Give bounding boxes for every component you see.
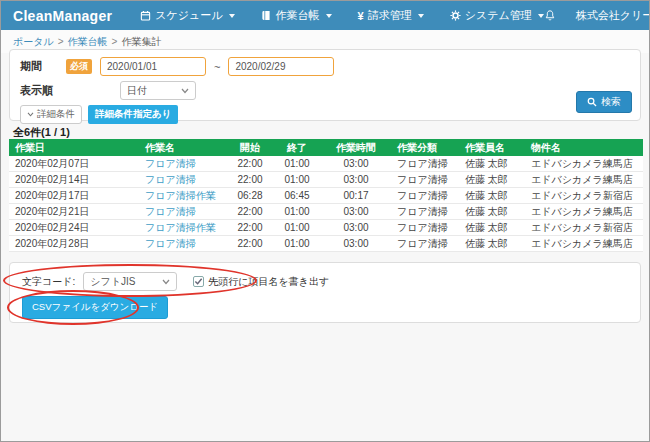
cell-work-category: フロア清掃 (391, 236, 459, 252)
detail-conditions-label: 詳細条件 (37, 108, 75, 121)
bell-icon[interactable] (544, 9, 556, 22)
app-page: CleanManager スケジュール 作業台帳 ¥ 請求管理 システム管理 (0, 0, 650, 442)
chevron-down-icon (326, 14, 332, 18)
cell-property-name: エドバシカメラ練馬店 (525, 172, 643, 188)
search-condition-panel: 期間 必須 ~ 表示順 日付 詳細条件 詳細条件指定あり 検索 (9, 49, 641, 121)
csv-download-button[interactable]: CSVファイルをダウンロード (22, 296, 168, 319)
cell-worker-name: 佐藤 太郎 (459, 188, 525, 204)
chevron-down-icon (181, 88, 189, 94)
header-row-checkbox-group[interactable]: 先頭行に項目名を書き出す (193, 275, 329, 289)
cell-work-date: 2020年02月07日 (9, 156, 139, 172)
gears-icon (450, 10, 461, 21)
cell-work-name: フロア清掃作業 (139, 220, 227, 236)
nav-item-system[interactable]: システム管理 (450, 8, 544, 23)
work-name-link[interactable]: フロア清掃作業 (145, 222, 216, 233)
company-name[interactable]: 株式会社クリーンサービス (576, 8, 650, 23)
col-header-start: 開始 (227, 139, 273, 156)
date-from-input[interactable] (100, 57, 206, 76)
col-header-property-name: 物件名 (525, 139, 643, 156)
breadcrumb-link-work-ledger[interactable]: 作業台帳 (68, 36, 108, 47)
navbar-right: 株式会社クリーンサービス (544, 8, 650, 23)
detail-specified-badge: 詳細条件指定あり (88, 105, 178, 124)
cell-end: 01:00 (273, 172, 321, 188)
cell-worker-name: 佐藤 太郎 (459, 172, 525, 188)
table-row: 2020年02月24日 フロア清掃作業 22:00 01:00 03:00 フロ… (9, 220, 643, 236)
col-header-work-category: 作業分類 (391, 139, 459, 156)
cell-property-name: エドバシカメラ練馬店 (525, 204, 643, 220)
nav-item-work-ledger[interactable]: 作業台帳 (261, 8, 332, 23)
results-table-wrap: 作業日 作業名 開始 終了 作業時間 作業分類 作業員名 物件名 2020年02… (9, 139, 643, 252)
cell-work-category: フロア清掃 (391, 172, 459, 188)
detail-conditions-button[interactable]: 詳細条件 (20, 105, 82, 124)
cell-work-name: フロア清掃 (139, 204, 227, 220)
cell-start: 22:00 (227, 172, 273, 188)
order-select[interactable]: 日付 (120, 81, 196, 100)
yen-icon: ¥ (358, 10, 364, 22)
date-to-input[interactable] (228, 57, 334, 76)
col-header-work-name: 作業名 (139, 139, 227, 156)
cell-work-time: 03:00 (321, 236, 391, 252)
breadcrumb-current: 作業集計 (121, 36, 161, 47)
cell-work-category: フロア清掃 (391, 156, 459, 172)
work-name-link[interactable]: フロア清掃 (145, 206, 196, 217)
cell-property-name: エドバシカメラ新宿店 (525, 188, 643, 204)
table-row: 2020年02月14日 フロア清掃 22:00 01:00 03:00 フロア清… (9, 172, 643, 188)
cell-work-date: 2020年02月14日 (9, 172, 139, 188)
nav-item-schedule[interactable]: スケジュール (140, 8, 234, 23)
table-row: 2020年02月21日 フロア清掃 22:00 01:00 03:00 フロア清… (9, 204, 643, 220)
brand-logo[interactable]: CleanManager (13, 8, 112, 24)
cell-start: 22:00 (227, 236, 273, 252)
work-name-link[interactable]: フロア清掃 (145, 158, 196, 169)
cell-worker-name: 佐藤 太郎 (459, 220, 525, 236)
results-table: 作業日 作業名 開始 終了 作業時間 作業分類 作業員名 物件名 2020年02… (9, 139, 643, 252)
order-select-value: 日付 (127, 84, 147, 98)
checkbox-checked-icon[interactable] (193, 276, 204, 287)
col-header-work-date: 作業日 (9, 139, 139, 156)
cell-start: 22:00 (227, 204, 273, 220)
nav-item-label: システム管理 (465, 8, 532, 23)
cell-end: 06:45 (273, 188, 321, 204)
cell-work-time: 03:00 (321, 220, 391, 236)
top-navbar: CleanManager スケジュール 作業台帳 ¥ 請求管理 システム管理 (1, 1, 649, 30)
order-label: 表示順 (20, 83, 66, 98)
chevron-down-icon (229, 14, 235, 18)
cell-work-time: 03:00 (321, 156, 391, 172)
cell-work-date: 2020年02月21日 (9, 204, 139, 220)
search-button[interactable]: 検索 (576, 91, 632, 113)
calendar-icon (140, 10, 151, 21)
charset-select[interactable]: シフトJIS (83, 272, 177, 291)
header-row-checkbox-label: 先頭行に項目名を書き出す (208, 275, 329, 289)
table-row: 2020年02月17日 フロア清掃作業 06:28 06:45 00:17 フロ… (9, 188, 643, 204)
col-header-end: 終了 (273, 139, 321, 156)
breadcrumb-separator: > (112, 36, 118, 47)
cell-work-name: フロア清掃作業 (139, 188, 227, 204)
search-icon (587, 97, 597, 107)
search-button-label: 検索 (601, 95, 621, 109)
chevron-down-icon (27, 112, 34, 117)
cell-worker-name: 佐藤 太郎 (459, 156, 525, 172)
table-row: 2020年02月28日 フロア清掃 22:00 01:00 03:00 フロア清… (9, 236, 643, 252)
cell-work-name: フロア清掃 (139, 236, 227, 252)
cell-end: 01:00 (273, 204, 321, 220)
cell-start: 06:28 (227, 188, 273, 204)
cell-work-name: フロア清掃 (139, 156, 227, 172)
breadcrumb-link-portal[interactable]: ポータル (13, 36, 54, 47)
cell-start: 22:00 (227, 220, 273, 236)
cell-end: 01:00 (273, 236, 321, 252)
cell-work-date: 2020年02月24日 (9, 220, 139, 236)
cell-work-time: 03:00 (321, 204, 391, 220)
breadcrumb-separator: > (58, 36, 64, 47)
charset-select-value: シフトJIS (90, 275, 135, 289)
table-row: 2020年02月07日 フロア清掃 22:00 01:00 03:00 フロア清… (9, 156, 643, 172)
work-name-link[interactable]: フロア清掃 (145, 174, 196, 185)
cell-worker-name: 佐藤 太郎 (459, 236, 525, 252)
period-label: 期間 (20, 59, 66, 74)
cell-worker-name: 佐藤 太郎 (459, 204, 525, 220)
work-name-link[interactable]: フロア清掃作業 (145, 190, 216, 201)
cell-end: 01:00 (273, 220, 321, 236)
cell-work-date: 2020年02月28日 (9, 236, 139, 252)
work-name-link[interactable]: フロア清掃 (145, 238, 196, 249)
chevron-down-icon (418, 14, 424, 18)
cell-work-name: フロア清掃 (139, 172, 227, 188)
nav-item-billing[interactable]: ¥ 請求管理 (358, 8, 424, 23)
